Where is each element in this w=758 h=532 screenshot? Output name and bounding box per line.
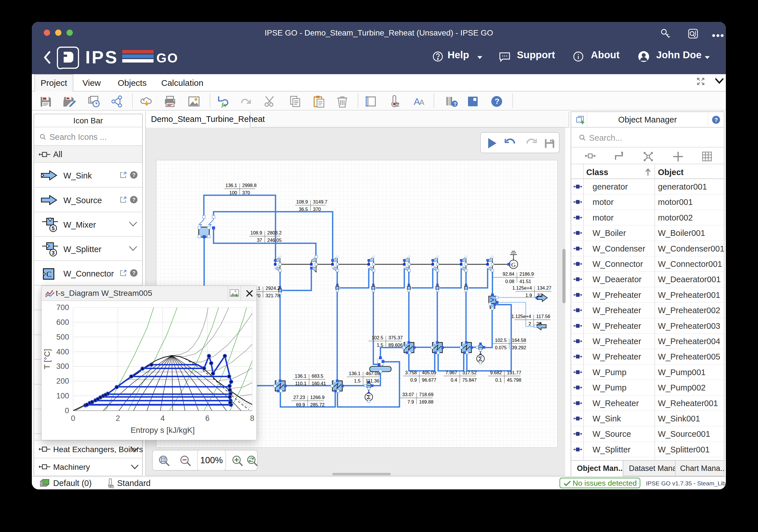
svg-text:102.5: 102.5 — [372, 335, 383, 340]
svg-text:375.37: 375.37 — [388, 335, 402, 340]
svg-text:285.72: 285.72 — [310, 402, 325, 407]
svg-text:1.125e+4: 1.125e+4 — [512, 285, 532, 290]
svg-text:102.5: 102.5 — [495, 338, 507, 343]
svg-text:Entropy s [kJ/kgK]: Entropy s [kJ/kgK] — [130, 426, 195, 435]
svg-text:0.1: 0.1 — [495, 378, 502, 382]
svg-text:3: 3 — [52, 250, 55, 256]
svg-text:321.78: 321.78 — [265, 293, 280, 298]
svg-text:246.05: 246.05 — [267, 238, 282, 243]
svg-text:96.677: 96.677 — [422, 378, 436, 382]
svg-text:1.5: 1.5 — [354, 378, 361, 383]
svg-text:0: 0 — [71, 414, 75, 422]
svg-text:2924.2: 2924.2 — [265, 285, 280, 291]
svg-text:169.88: 169.88 — [419, 399, 433, 404]
svg-text:9.682: 9.682 — [490, 370, 502, 375]
svg-text:?: ? — [714, 117, 718, 123]
svg-text:2803.2: 2803.2 — [267, 230, 282, 235]
svg-text:8: 8 — [250, 414, 254, 422]
svg-text:92.84: 92.84 — [503, 271, 514, 277]
svg-text:7.9: 7.9 — [407, 399, 414, 404]
svg-text:500: 500 — [56, 333, 69, 341]
svg-text:700: 700 — [56, 303, 69, 312]
svg-text:32: 32 — [537, 293, 542, 298]
svg-text:7.967: 7.967 — [446, 370, 457, 375]
svg-text:39.292: 39.292 — [512, 345, 526, 350]
svg-text:467.08: 467.08 — [366, 371, 380, 376]
svg-text:6: 6 — [205, 414, 210, 422]
svg-text:69.9: 69.9 — [296, 402, 305, 407]
svg-text:KG: KG — [112, 486, 114, 488]
svg-text:27.23: 27.23 — [293, 395, 305, 400]
svg-text:0.4: 0.4 — [451, 378, 457, 382]
svg-text:0: 0 — [65, 406, 69, 415]
svg-text:136.1: 136.1 — [295, 374, 306, 379]
svg-text:164.58: 164.58 — [512, 338, 526, 343]
svg-text:191.77: 191.77 — [507, 370, 521, 375]
svg-text:4: 4 — [160, 414, 165, 422]
svg-text:KG: KG — [396, 103, 400, 106]
svg-text:89.606: 89.606 — [388, 343, 402, 348]
svg-text:?: ? — [132, 172, 136, 178]
svg-text:T [°C]: T [°C] — [43, 349, 52, 369]
svg-text:0.9: 0.9 — [410, 378, 417, 382]
svg-text:45.798: 45.798 — [507, 378, 521, 382]
svg-text:37: 37 — [257, 238, 262, 243]
svg-text:600: 600 — [56, 318, 69, 326]
svg-text:136.1: 136.1 — [225, 183, 237, 188]
svg-text:2998.8: 2998.8 — [242, 183, 257, 188]
svg-text:33.07: 33.07 — [402, 392, 414, 397]
svg-text:136.1: 136.1 — [349, 371, 361, 376]
svg-text:28: 28 — [536, 321, 541, 326]
svg-text:A: A — [419, 98, 425, 107]
svg-text:134.27: 134.27 — [537, 285, 551, 290]
svg-text:C: C — [46, 270, 52, 279]
svg-text:fx: fx — [222, 102, 226, 108]
svg-text:117.56: 117.56 — [536, 314, 550, 319]
svg-text:0.08: 0.08 — [505, 279, 514, 284]
svg-text:2186.9: 2186.9 — [519, 271, 534, 277]
svg-text:?: ? — [132, 270, 136, 276]
svg-text:317.52: 317.52 — [462, 370, 476, 375]
svg-text:100: 100 — [56, 392, 69, 400]
svg-text:41.51: 41.51 — [519, 279, 531, 284]
svg-text:683.5: 683.5 — [312, 374, 323, 379]
svg-text:110.1: 110.1 — [295, 381, 306, 386]
svg-text:1.5: 1.5 — [377, 343, 383, 348]
svg-text:370: 370 — [313, 207, 321, 212]
svg-text:160.41: 160.41 — [312, 381, 326, 386]
svg-text:?: ? — [454, 101, 457, 107]
svg-text:3149.7: 3149.7 — [313, 199, 327, 204]
svg-text:405.09: 405.09 — [422, 370, 436, 375]
svg-text:36.5: 36.5 — [299, 207, 308, 212]
svg-text:3.758: 3.758 — [405, 370, 417, 375]
svg-text:1.9: 1.9 — [526, 293, 532, 298]
svg-text:G: G — [511, 261, 516, 268]
svg-text:1.125e+4: 1.125e+4 — [511, 314, 531, 319]
svg-text:370: 370 — [242, 190, 250, 195]
svg-text:?: ? — [495, 97, 500, 106]
svg-text:?: ? — [132, 197, 136, 203]
svg-text:718.69: 718.69 — [419, 392, 433, 397]
svg-text:1266.9: 1266.9 — [310, 395, 325, 400]
svg-text:111.36: 111.36 — [366, 378, 379, 383]
svg-text:400: 400 — [56, 348, 69, 356]
svg-text:2: 2 — [529, 321, 531, 326]
svg-text:5: 5 — [52, 225, 55, 231]
svg-text:2: 2 — [116, 414, 120, 422]
svg-text:0.075: 0.075 — [495, 345, 507, 350]
svg-text:108.9: 108.9 — [251, 230, 262, 235]
svg-text:75.847: 75.847 — [462, 378, 476, 382]
svg-text:300: 300 — [56, 362, 69, 371]
svg-text:200: 200 — [56, 377, 69, 385]
svg-text:100: 100 — [229, 190, 237, 195]
svg-text:108.9: 108.9 — [296, 199, 308, 204]
